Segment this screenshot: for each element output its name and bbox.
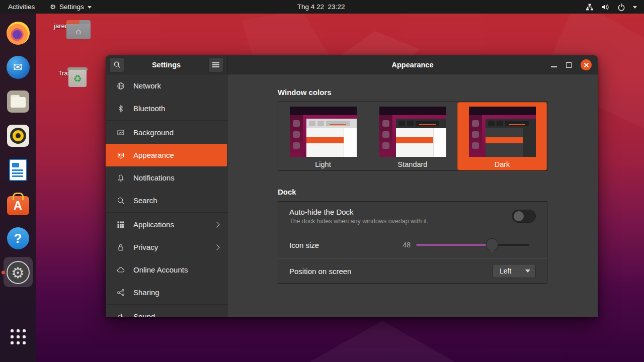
network-wired-icon [586, 3, 594, 11]
chevron-right-icon [214, 222, 219, 227]
libreoffice-writer-icon [9, 159, 27, 181]
theme-preview-light [290, 107, 357, 157]
theme-label: Light [315, 160, 331, 168]
share-icon [117, 289, 125, 297]
cloud-icon [117, 266, 125, 274]
rhythmbox-icon [7, 125, 29, 147]
sidebar-item-label: Online Accounts [133, 265, 188, 274]
appearance-icon [117, 151, 125, 159]
position-dropdown[interactable]: Left [493, 264, 536, 278]
globe-icon [117, 82, 125, 90]
theme-selector: Light Standard [278, 102, 547, 171]
window-titlebar[interactable]: Appearance [227, 55, 598, 74]
close-button[interactable] [581, 59, 592, 70]
settings-window: Settings Network [106, 55, 598, 317]
hamburger-icon [212, 62, 219, 67]
sidebar-item-label: Sound [133, 312, 155, 317]
sidebar-item-label: Appearance [133, 151, 174, 159]
sidebar-item-appearance[interactable]: Appearance [106, 144, 227, 166]
theme-option-standard[interactable]: Standard [368, 102, 457, 170]
bell-icon [117, 174, 125, 182]
top-bar: Activities ⚙ Settings Thg 4 22 23:22 [0, 0, 644, 14]
menu-button[interactable] [208, 57, 223, 72]
sidebar-title: Settings [124, 61, 208, 69]
lock-icon [117, 243, 125, 251]
autohide-toggle[interactable] [512, 210, 536, 223]
sidebar-item-bluetooth[interactable]: Bluetooth [106, 97, 227, 120]
sidebar-list: Network Bluetooth [106, 74, 227, 317]
sidebar-item-privacy[interactable]: Privacy [106, 236, 227, 258]
sidebar-item-label: Background [133, 128, 174, 137]
activities-button[interactable]: Activities [6, 3, 37, 11]
icon-size-fill [416, 244, 492, 246]
app-menu-label: Settings [59, 3, 84, 11]
window-colors-heading: Window colors [278, 88, 547, 97]
sidebar-header[interactable]: Settings [106, 55, 227, 74]
dock-item-help[interactable]: ? [0, 221, 36, 255]
appearance-panel: Window colors Light [227, 74, 598, 317]
toggle-knob [514, 211, 524, 221]
minimize-button[interactable] [551, 66, 557, 67]
theme-option-dark[interactable]: Dark [457, 102, 547, 170]
dock-heading: Dock [278, 188, 547, 196]
icon-size-label: Icon size [289, 241, 319, 249]
search-icon [113, 61, 121, 68]
dock-item-ubuntu-software[interactable]: A [0, 187, 36, 221]
sidebar-item-online-accounts[interactable]: Online Accounts [106, 258, 227, 281]
icon-size-row: Icon size 48 [278, 231, 547, 258]
desktop-icon-home[interactable]: ⌂ jaredchu [50, 20, 83, 30]
sidebar-item-label: Bluetooth [133, 104, 165, 113]
search-icon [117, 197, 125, 205]
app-grid-icon [11, 329, 26, 344]
theme-preview-dark [469, 107, 536, 157]
bluetooth-icon [117, 105, 125, 113]
autohide-title: Auto-hide the Dock [289, 208, 429, 216]
sidebar-separator [106, 304, 227, 305]
firefox-icon [7, 22, 30, 45]
sidebar-item-background[interactable]: Background [106, 121, 227, 144]
sidebar-item-label: Network [133, 81, 161, 90]
settings-gear-icon: ⚙ [7, 261, 30, 284]
running-indicator-dot [2, 271, 5, 275]
theme-label: Standard [398, 160, 428, 168]
desktop: Activities ⚙ Settings Thg 4 22 23:22 [0, 0, 644, 362]
sidebar-separator [106, 120, 227, 121]
icon-size-handle[interactable] [486, 238, 498, 251]
maximize-button[interactable] [566, 62, 572, 68]
sidebar-item-notifications[interactable]: Notifications [106, 166, 227, 189]
sidebar-item-search[interactable]: Search [106, 189, 227, 212]
dock-item-firefox[interactable] [0, 16, 36, 50]
theme-option-light[interactable]: Light [278, 102, 368, 170]
background-icon [117, 129, 125, 137]
icon-size-slider[interactable] [416, 238, 529, 251]
settings-sidebar: Settings Network [106, 55, 227, 317]
clock[interactable]: Thg 4 22 23:22 [297, 3, 345, 11]
desktop-icon-trash[interactable]: ♻ Trash [50, 67, 83, 77]
chevron-down-icon [88, 6, 92, 9]
sidebar-separator [106, 212, 227, 213]
app-menu-button[interactable]: ⚙ Settings [50, 3, 91, 11]
dock-item-thunderbird[interactable]: ✉ [0, 50, 36, 84]
speaker-icon [117, 313, 125, 317]
autohide-row: Auto-hide the Dock The dock hides when a… [278, 202, 547, 231]
autohide-subtitle: The dock hides when any windows overlap … [289, 218, 429, 225]
sidebar-item-applications[interactable]: Applications [106, 213, 227, 236]
sidebar-item-sharing[interactable]: Sharing [106, 281, 227, 304]
settings-main: Appearance Window colors [227, 55, 598, 317]
dock-item-rhythmbox[interactable] [0, 119, 36, 153]
gear-icon: ⚙ [50, 3, 56, 11]
power-icon [617, 3, 625, 11]
system-tray[interactable] [586, 3, 644, 11]
sidebar-item-sound[interactable]: Sound [106, 305, 227, 317]
dock-item-files[interactable] [0, 84, 36, 119]
search-button[interactable] [109, 57, 124, 72]
files-icon [7, 90, 29, 113]
position-label: Position on screen [289, 267, 351, 276]
show-applications-button[interactable] [0, 320, 36, 354]
dock-item-libreoffice-writer[interactable] [0, 153, 36, 187]
icon-size-value: 48 [403, 241, 411, 249]
sidebar-item-network[interactable]: Network [106, 74, 227, 97]
dock-item-settings[interactable]: ⚙ [0, 255, 36, 290]
thunderbird-icon: ✉ [7, 56, 30, 79]
chevron-down-icon [633, 6, 637, 9]
